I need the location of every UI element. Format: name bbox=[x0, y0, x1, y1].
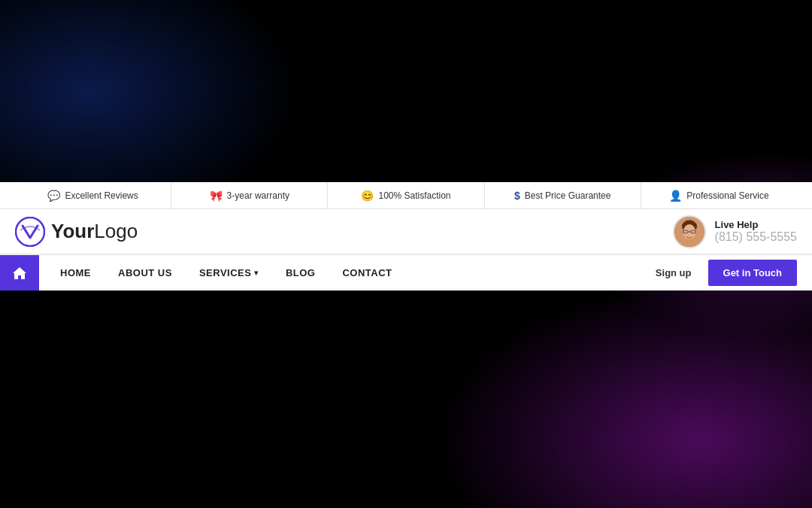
nav-items: HOME ABOUT US SERVICES ▾ BLOG CONTACT bbox=[39, 255, 647, 291]
logo-bold: Your bbox=[51, 220, 94, 242]
phone-number: (815) 555-5555 bbox=[715, 230, 797, 244]
warranty-icon: 🎀 bbox=[210, 190, 223, 202]
nav-item-contact[interactable]: CONTACT bbox=[329, 255, 405, 291]
top-benefits-bar: 💬 Excellent Reviews 🎀 3-year warranty 😊 … bbox=[0, 182, 812, 209]
logo-text: YourLogo bbox=[51, 220, 138, 243]
contact-info: Live Help (815) 555-5555 bbox=[715, 219, 797, 244]
home-icon bbox=[12, 266, 27, 280]
satisfaction-label: 100% Satisfaction bbox=[378, 190, 450, 201]
svg-point-0 bbox=[16, 217, 44, 246]
benefit-service: 👤 Professional Service bbox=[641, 182, 797, 208]
benefit-satisfaction: 😊 100% Satisfaction bbox=[328, 182, 484, 208]
price-label: Best Price Guarantee bbox=[525, 190, 611, 201]
nav-item-home[interactable]: HOME bbox=[47, 255, 105, 291]
benefit-reviews: 💬 Excellent Reviews bbox=[15, 182, 171, 208]
logo-icon bbox=[15, 217, 45, 247]
logo-area[interactable]: YourLogo bbox=[15, 217, 138, 247]
nav-right: Sign up Get in Touch bbox=[647, 260, 812, 286]
live-help-label: Live Help bbox=[715, 219, 797, 230]
nav-item-services[interactable]: SERVICES ▾ bbox=[186, 255, 272, 291]
benefit-price: $ Best Price Guarantee bbox=[485, 182, 641, 208]
price-icon: $ bbox=[514, 190, 520, 202]
avatar-image bbox=[674, 217, 704, 247]
contact-area: Live Help (815) 555-5555 bbox=[673, 215, 797, 248]
home-icon-button[interactable] bbox=[0, 255, 39, 291]
nav-bar: HOME ABOUT US SERVICES ▾ BLOG CONTACT Si… bbox=[0, 254, 812, 291]
reviews-icon: 💬 bbox=[47, 190, 60, 202]
reviews-label: Excellent Reviews bbox=[65, 190, 138, 201]
nav-item-about[interactable]: ABOUT US bbox=[105, 255, 186, 291]
service-icon: 👤 bbox=[669, 190, 682, 202]
avatar bbox=[673, 215, 706, 248]
sign-up-button[interactable]: Sign up bbox=[647, 263, 701, 283]
nav-item-blog[interactable]: BLOG bbox=[272, 255, 329, 291]
chevron-down-icon: ▾ bbox=[254, 269, 259, 277]
benefit-warranty: 🎀 3-year warranty bbox=[171, 182, 328, 208]
service-label: Professional Service bbox=[686, 190, 768, 201]
get-in-touch-button[interactable]: Get in Touch bbox=[708, 260, 797, 286]
services-label: SERVICES bbox=[199, 267, 252, 278]
logo-light: Logo bbox=[94, 220, 138, 242]
warranty-label: 3-year warranty bbox=[227, 190, 289, 201]
logo-bar: YourLogo bbox=[0, 209, 812, 254]
satisfaction-icon: 😊 bbox=[361, 190, 374, 202]
